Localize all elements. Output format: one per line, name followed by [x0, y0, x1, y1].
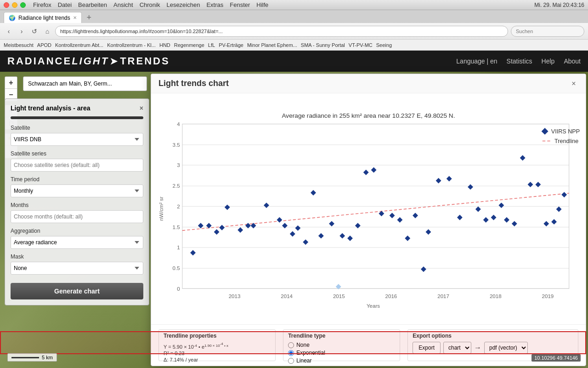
new-tab-btn[interactable]: + [84, 12, 95, 23]
trendline-none-option[interactable]: None [288, 342, 395, 348]
svg-rect-43 [339, 233, 345, 239]
menu-datei[interactable]: Datei [58, 1, 72, 8]
svg-rect-70 [556, 207, 562, 212]
close-window-btn[interactable] [4, 2, 9, 8]
time-period-label: Time period [11, 176, 143, 183]
nav-help[interactable]: Help [542, 58, 555, 65]
svg-rect-25 [190, 250, 196, 256]
aggregation-label: Aggregation [11, 228, 143, 234]
trendline-type-section: Trendline type None Exponential Linear [283, 329, 400, 361]
trendline-r2: R² = 0.23 [164, 351, 271, 356]
svg-rect-42 [329, 221, 334, 226]
bookmark-vt[interactable]: VT-PV-MC [349, 42, 373, 48]
aggregation-select[interactable]: Average radiance Median radiance Max rad… [11, 236, 143, 249]
export-type-select[interactable]: pdf (vector) png svg [484, 342, 528, 354]
zoom-in-btn[interactable]: + [5, 77, 17, 89]
svg-rect-63 [504, 217, 509, 223]
url-bar[interactable] [55, 26, 508, 37]
nav-about[interactable]: About [564, 58, 581, 65]
satellite-series-input[interactable] [11, 159, 143, 172]
bookmark-apod[interactable]: APOD [37, 42, 51, 48]
y-axis: 0 0.5 1 1.5 2 2.5 3 3.5 4 [173, 121, 181, 292]
bookmark-sma[interactable]: SMA - Sunny Portal [301, 42, 345, 48]
nav-statistics[interactable]: Statistics [507, 58, 532, 65]
bookmark-kontrollzentrum1[interactable]: Kontrollzentrum Abt... [55, 42, 103, 48]
svg-rect-55 [436, 178, 441, 184]
back-btn[interactable]: ‹ [4, 26, 14, 36]
menu-ansicht[interactable]: Ansicht [113, 1, 133, 8]
generate-chart-btn[interactable]: Generate chart [11, 283, 143, 299]
satellite-series-field: Satellite series [11, 150, 143, 172]
minimize-window-btn[interactable] [12, 2, 17, 8]
nav-language[interactable]: Language | en [456, 58, 497, 65]
time-period-field: Time period Monthly Annual Seasonal [11, 176, 143, 197]
svg-text:1.5: 1.5 [173, 224, 180, 230]
bookmark-lfl[interactable]: LfL [208, 42, 215, 48]
macos-menu: Firefox Datei Bearbeiten Ansicht Chronik… [33, 1, 268, 8]
reload-btn[interactable]: ↺ [29, 26, 40, 36]
trendline-linear-radio[interactable] [288, 358, 294, 364]
bookmark-pv[interactable]: PV-Erträge [219, 42, 243, 48]
export-arrow-icon: → [474, 344, 481, 352]
svg-rect-60 [483, 217, 489, 223]
menu-hilfe[interactable]: Hilfe [256, 1, 268, 8]
trendline-exponential-label: Exponential [296, 350, 325, 356]
trendline-type-title: Trendline type [288, 333, 395, 339]
trendline-linear-option[interactable]: Linear [288, 357, 395, 364]
svg-text:2018: 2018 [490, 293, 502, 299]
export-btn[interactable]: Export [413, 342, 441, 354]
menu-fenster[interactable]: Fenster [230, 1, 250, 8]
logo-trends-text: TRENDS [120, 55, 170, 67]
location-search-input[interactable] [23, 76, 147, 91]
active-tab[interactable]: 🌍 Radiance light trends ✕ [4, 12, 82, 23]
chart-footer: Trendline properties Y = 5.90 × 10-4 • e… [151, 324, 586, 366]
trendline-none-radio[interactable] [288, 342, 294, 348]
trendline-exponential-option[interactable]: Exponential [288, 350, 395, 356]
logo-arrow-icon: ➤ [110, 56, 119, 67]
months-input[interactable] [11, 210, 143, 223]
bookmark-hnd[interactable]: HND [159, 42, 170, 48]
menu-lesezeichen[interactable]: Lesezeichen [166, 1, 200, 8]
svg-rect-64 [512, 221, 517, 226]
trendline-exponential-radio[interactable] [288, 350, 294, 356]
bookmark-regenmenge[interactable]: Regenmenge [174, 42, 204, 48]
menu-extras[interactable]: Extras [206, 1, 223, 8]
svg-text:2015: 2015 [333, 293, 345, 299]
bookmark-minor-planet[interactable]: Minor Planet Ephem... [247, 42, 297, 48]
chart-modal-close-btn[interactable]: × [569, 79, 578, 88]
maximize-window-btn[interactable] [20, 2, 26, 8]
svg-rect-71 [561, 192, 567, 197]
trendline [182, 193, 569, 230]
svg-text:2.5: 2.5 [173, 183, 180, 189]
satellite-select[interactable]: VIIRS DNB DMSP OLS [11, 133, 143, 146]
bookmark-meistbesucht[interactable]: Meistbesucht [4, 42, 34, 48]
browser-search-input[interactable] [511, 26, 584, 37]
scale-label: 5 km [42, 355, 53, 360]
svg-text:VIIRS NPP: VIIRS NPP [551, 128, 580, 135]
satellite-series-label: Satellite series [11, 150, 143, 157]
svg-text:Trendline: Trendline [554, 138, 578, 144]
bookmark-kontrollzentrum2[interactable]: Kontrollzentrum - Kl... [107, 42, 156, 48]
trendline-delta: Δ: 7.14% / year [164, 357, 271, 362]
satellite-label: Satellite [11, 125, 143, 131]
mask-select[interactable]: None Urban Rural [11, 262, 143, 275]
home-btn[interactable]: ⌂ [42, 26, 52, 36]
bookmark-seeing[interactable]: Seeing [376, 42, 392, 48]
menu-firefox[interactable]: Firefox [33, 1, 51, 8]
svg-rect-28 [214, 229, 220, 235]
chart-modal: Light trends chart × Average radiance in… [151, 74, 586, 366]
tab-close-btn[interactable]: ✕ [73, 15, 77, 20]
chart-area: Average radiance in 255 km² area near 10… [151, 93, 586, 324]
menu-bearbeiten[interactable]: Bearbeiten [78, 1, 107, 8]
months-field: Months [11, 202, 143, 223]
forward-btn[interactable]: › [17, 26, 27, 36]
sidebar-close-btn[interactable]: × [140, 104, 143, 112]
chart-legend: VIIRS NPP Trendline [542, 128, 580, 144]
export-row: Export chart data → pdf (vector) png svg [413, 342, 573, 354]
chart-modal-title: Light trends chart [158, 79, 229, 88]
chart-grid [182, 124, 569, 289]
menu-chronik[interactable]: Chronik [140, 1, 160, 8]
x-axis-label: Years [367, 303, 380, 309]
time-period-select[interactable]: Monthly Annual Seasonal [11, 184, 143, 197]
export-format-select[interactable]: chart data [443, 342, 471, 354]
